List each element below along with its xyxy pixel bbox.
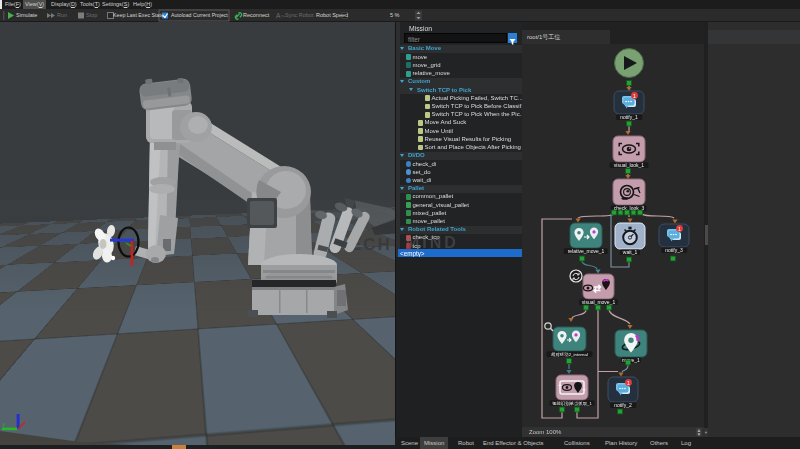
svg-text:visual_move_1: visual_move_1 [582,299,616,305]
svg-text:1: 1 [633,93,636,99]
svg-text:move_1: move_1 [622,357,640,363]
svg-text:visual_look_1: visual_look_1 [614,162,645,168]
svg-text:y: y [2,421,5,427]
svg-text:x: x [23,418,26,424]
svg-text:notify_3: notify_3 [665,247,683,253]
svg-text:notify_1: notify_1 [620,114,638,120]
svg-text:notify_2: notify_2 [614,402,632,408]
svg-text:1: 1 [627,380,630,386]
svg-text:相对移动2_internal: 相对移动2_internal [551,352,588,357]
svg-text:wait_1: wait_1 [623,249,638,255]
svg-text:1: 1 [678,226,681,232]
svg-text:relative_move_1: relative_move_1 [568,248,605,254]
